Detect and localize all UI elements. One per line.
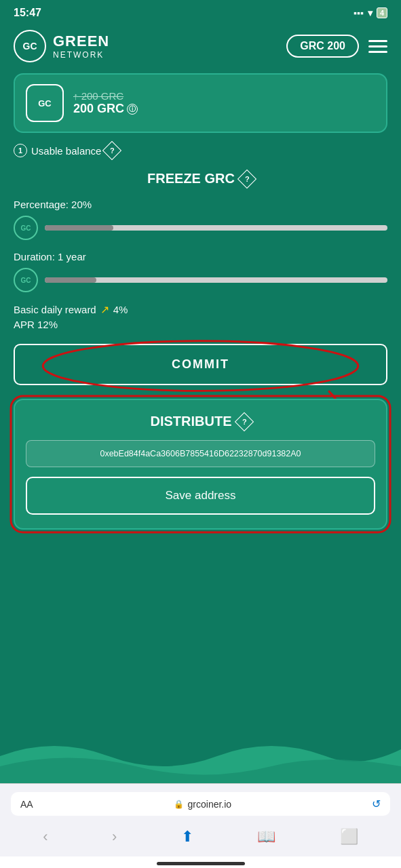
apr-line: APR 12%: [14, 319, 387, 330]
step-badge: 1: [14, 144, 27, 157]
url-bar[interactable]: AA 🔒 grcoiner.io ↺: [11, 792, 390, 816]
distribute-card: DISTRIBUTE ? 0xebEd84f4aCa3606B7855416D6…: [14, 399, 387, 530]
info-icon: ⓘ: [127, 104, 138, 115]
browser-bar: AA 🔒 grcoiner.io ↺ ‹ › ⬆ 📖 ⬜: [0, 783, 401, 856]
percentage-label: Percentage: 20%: [14, 199, 387, 210]
back-button[interactable]: ‹: [35, 825, 56, 848]
battery-icon: 4: [377, 7, 387, 18]
header-right: GRC 200: [286, 35, 387, 58]
trend-up-icon: ↗: [100, 303, 109, 316]
time-display: 15:47: [14, 7, 41, 19]
signal-icon: ▪▪▪: [354, 7, 364, 18]
balance-card: GC ↑ 200 GRC 200 GRC ⓘ: [14, 73, 387, 133]
tabs-button[interactable]: ⬜: [332, 825, 366, 848]
logo-text: GREEN NETWORK: [53, 33, 109, 60]
wave-svg: [0, 729, 401, 783]
hamburger-menu-icon[interactable]: [368, 40, 387, 53]
reward-info: Basic daily reward ↗ 4% APR 12%: [14, 303, 387, 330]
duration-slider[interactable]: GC: [14, 268, 387, 292]
usable-balance: 1 Usable balance ?: [14, 144, 387, 157]
distribute-section: DISTRIBUTE ? 0xebEd84f4aCa3606B7855416D6…: [14, 399, 387, 530]
aa-button[interactable]: AA: [20, 799, 33, 810]
usable-balance-label: Usable balance: [31, 145, 101, 157]
status-icons: ▪▪▪ ▾ 4: [354, 7, 387, 18]
duration-track[interactable]: [45, 277, 387, 283]
bookmarks-button[interactable]: 📖: [249, 825, 284, 848]
status-bar: 15:47 ▪▪▪ ▾ 4: [0, 0, 401, 23]
freeze-help-icon: ?: [237, 169, 256, 188]
main-content: GC ↑ 200 GRC 200 GRC ⓘ 1 Usable balance …: [0, 73, 401, 729]
logo-icon: GC: [14, 30, 46, 62]
home-bar: [0, 856, 401, 868]
save-address-button[interactable]: Save address: [26, 477, 375, 515]
balance-main: 200 GRC ⓘ: [73, 102, 138, 116]
brand-name: GREEN: [53, 33, 109, 50]
percentage-fill: [45, 225, 113, 231]
percentage-slider[interactable]: GC: [14, 216, 387, 240]
percentage-track[interactable]: [45, 225, 387, 231]
share-button[interactable]: ⬆: [173, 825, 202, 848]
home-indicator: [157, 862, 245, 865]
url-text: grcoiner.io: [188, 799, 232, 810]
browser-toolbar: ‹ › ⬆ 📖 ⬜: [11, 823, 390, 851]
wave-decoration: [0, 729, 401, 783]
brand-sub: NETWORK: [53, 50, 109, 60]
balance-top: ↑ 200 GRC: [73, 90, 138, 102]
wallet-address: 0xebEd84f4aCa3606B7855416D62232870d91382…: [26, 440, 375, 467]
commit-section: COMMIT: [14, 344, 387, 385]
help-icon: ?: [102, 141, 121, 160]
wifi-icon: ▾: [368, 7, 373, 18]
gc-slider-icon-2: GC: [14, 268, 38, 292]
lock-icon: 🔒: [174, 800, 184, 809]
grc-badge[interactable]: GRC 200: [286, 35, 359, 58]
commit-button[interactable]: COMMIT: [14, 344, 387, 385]
header: GC GREEN NETWORK GRC 200: [0, 23, 401, 73]
card-logo: GC: [26, 84, 64, 122]
distribute-help-icon: ?: [234, 412, 253, 431]
gc-slider-icon: GC: [14, 216, 38, 240]
freeze-title: FREEZE GRC ?: [14, 171, 387, 186]
reward-label: Basic daily reward: [14, 304, 96, 315]
basic-reward-line: Basic daily reward ↗ 4%: [14, 303, 387, 316]
duration-label: Duration: 1 year: [14, 251, 387, 262]
url-display: 🔒 grcoiner.io: [174, 799, 232, 810]
balance-info: ↑ 200 GRC 200 GRC ⓘ: [73, 90, 138, 116]
reward-percent: 4%: [113, 304, 128, 315]
logo-area: GC GREEN NETWORK: [14, 30, 109, 62]
reload-icon[interactable]: ↺: [372, 797, 381, 810]
duration-fill: [45, 277, 96, 283]
forward-button[interactable]: ›: [104, 825, 125, 848]
distribute-title: DISTRIBUTE ?: [26, 414, 375, 429]
